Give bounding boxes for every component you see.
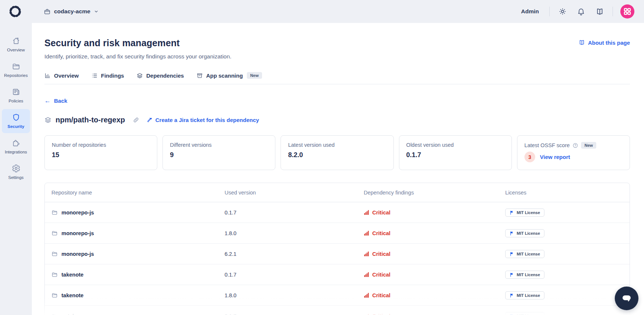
folder-icon xyxy=(51,209,58,216)
layers-icon xyxy=(44,116,51,123)
table-row[interactable]: monorepo-js 6.2.1 Critical MIT License xyxy=(45,244,630,264)
column-header-used-version: Used version xyxy=(218,190,357,196)
table-row[interactable]: gatsby 0.1.7 Critical MIT License xyxy=(45,306,630,315)
user-avatar[interactable] xyxy=(620,4,634,18)
license-badge[interactable]: MIT License xyxy=(505,209,544,217)
tab-findings[interactable]: Findings xyxy=(91,72,124,79)
security-tabs: Overview Findings Dependencies xyxy=(44,72,630,84)
critical-severity-icon xyxy=(364,230,369,236)
create-jira-ticket-label: Create a Jira ticket for this dependency xyxy=(155,117,259,123)
about-this-page-label: About this page xyxy=(588,40,630,46)
shield-icon xyxy=(12,113,20,122)
critical-severity-icon xyxy=(364,251,369,257)
license-badge[interactable]: MIT License xyxy=(505,250,544,258)
stat-label: Latest OSSF score xyxy=(524,142,570,148)
stat-card-repositories: Number of repositories 15 xyxy=(44,135,157,170)
documentation-button[interactable] xyxy=(594,6,605,17)
license-label: MIT License xyxy=(517,252,540,256)
bar-chart-icon xyxy=(44,72,51,79)
folder-icon xyxy=(51,251,58,257)
chevron-down-icon xyxy=(94,9,99,14)
about-this-page-link[interactable]: About this page xyxy=(578,39,630,46)
chat-widget-button[interactable] xyxy=(615,287,638,310)
view-report-link[interactable]: View report xyxy=(540,154,570,160)
license-badge[interactable]: MIT License xyxy=(505,271,544,279)
stat-card-ossf-score: Latest OSSF score New 3 View report xyxy=(517,135,630,170)
ossf-score-badge: 3 xyxy=(524,152,535,162)
license-badge[interactable]: MIT License xyxy=(505,291,544,299)
stat-label: Oldest version used xyxy=(406,142,504,148)
back-link[interactable]: ← Back xyxy=(44,98,67,104)
jira-icon xyxy=(147,117,152,123)
sidebar-item-repositories[interactable]: Repositories xyxy=(2,58,30,82)
flag-icon xyxy=(510,252,514,256)
stat-card-versions: Different versions 9 xyxy=(162,135,275,170)
tab-dependencies[interactable]: Dependencies xyxy=(137,72,184,79)
tab-overview[interactable]: Overview xyxy=(44,72,79,79)
puzzle-icon xyxy=(12,139,20,147)
repository-name: gatsby xyxy=(61,313,79,315)
sidebar-item-policies[interactable]: Policies xyxy=(2,84,30,108)
new-badge: New xyxy=(247,72,262,79)
critical-severity-icon xyxy=(364,272,369,277)
column-header-dependency-findings: Dependency findings xyxy=(357,190,499,196)
critical-severity-icon xyxy=(364,210,369,215)
stat-card-latest-version: Latest version used 8.2.0 xyxy=(281,135,393,170)
create-jira-ticket-link[interactable]: Create a Jira ticket for this dependency xyxy=(147,117,259,123)
briefcase-icon xyxy=(44,8,51,15)
sidebar: Overview Repositories Policies xyxy=(0,23,32,315)
copy-link-button[interactable] xyxy=(131,116,141,124)
sidebar-item-overview[interactable]: Overview xyxy=(2,33,30,57)
codacy-logo-icon[interactable] xyxy=(8,4,22,18)
column-header-repository-name: Repository name xyxy=(45,190,218,196)
table-row[interactable]: takenote 0.1.7 Critical MIT License xyxy=(45,264,630,285)
flag-icon xyxy=(510,293,514,298)
repository-name: takenote xyxy=(61,272,84,278)
theme-toggle-button[interactable] xyxy=(557,6,568,17)
new-badge: New xyxy=(581,142,596,149)
table-row[interactable]: monorepo-js 1.8.0 Critical MIT License xyxy=(45,223,630,244)
license-badge[interactable]: MIT License xyxy=(505,229,544,237)
sidebar-item-settings[interactable]: Settings xyxy=(2,160,30,184)
license-label: MIT License xyxy=(517,293,540,298)
dependency-name: npm/path-to-regexp xyxy=(56,116,125,124)
home-icon xyxy=(12,37,20,45)
license-badge[interactable]: MIT License xyxy=(505,312,544,315)
tab-app-scanning[interactable]: App scanning New xyxy=(197,72,262,79)
tab-label: Dependencies xyxy=(146,72,184,79)
sidebar-item-security[interactable]: Security xyxy=(2,109,30,133)
sidebar-item-integrations[interactable]: Integrations xyxy=(2,135,30,159)
tab-label: Overview xyxy=(54,72,79,79)
table-row[interactable]: takenote 1.8.0 Critical MIT License xyxy=(45,285,630,306)
book-icon xyxy=(596,7,604,16)
finding-severity: Critical xyxy=(372,210,390,216)
help-icon[interactable] xyxy=(573,143,578,148)
flag-icon xyxy=(510,272,514,277)
newspaper-icon xyxy=(12,88,20,96)
flag-icon xyxy=(510,210,514,215)
used-version: 6.2.1 xyxy=(218,251,357,257)
avatar-pattern-icon xyxy=(623,7,632,16)
sidebar-item-label: Security xyxy=(7,124,24,129)
table-row[interactable]: monorepo-js 0.1.7 Critical MIT License xyxy=(45,202,630,223)
organization-selector[interactable]: codacy-acme xyxy=(44,8,99,15)
stat-value: 0.1.7 xyxy=(406,151,504,159)
sidebar-item-label: Policies xyxy=(9,99,23,103)
license-label: MIT License xyxy=(517,231,540,236)
finding-severity: Critical xyxy=(372,251,390,257)
folder-icon xyxy=(51,313,58,315)
folder-icon xyxy=(51,230,58,236)
sidebar-item-label: Settings xyxy=(8,175,24,180)
stat-value: 15 xyxy=(52,151,150,159)
box-icon xyxy=(197,72,203,79)
list-icon xyxy=(91,72,98,79)
chat-bubble-icon xyxy=(620,292,633,305)
dependency-header: npm/path-to-regexp Create a Jira ticket … xyxy=(44,116,630,124)
folder-icon xyxy=(12,62,20,71)
admin-menu[interactable]: Admin xyxy=(521,8,539,15)
sidebar-item-label: Overview xyxy=(7,48,25,52)
notifications-button[interactable] xyxy=(576,6,587,17)
flag-icon xyxy=(510,231,514,236)
folder-icon xyxy=(51,271,58,278)
column-header-licenses: Licenses xyxy=(499,190,630,196)
